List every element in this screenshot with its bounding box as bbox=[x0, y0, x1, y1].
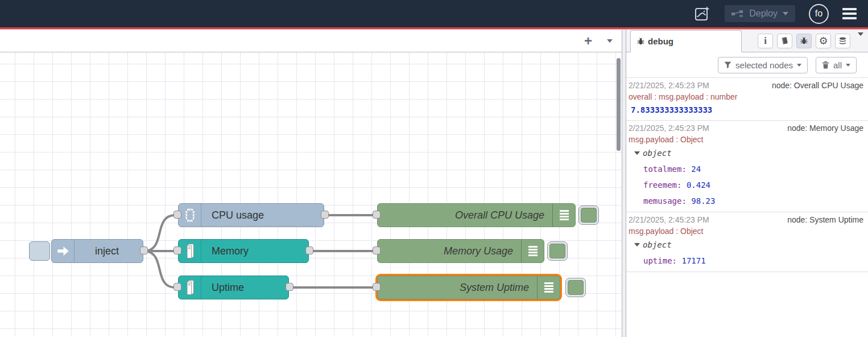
computer-tower-icon bbox=[179, 276, 201, 299]
object-label: object bbox=[643, 145, 672, 161]
debug-sidebar: debug i ⚙ bbox=[626, 30, 868, 337]
deploy-caret-icon[interactable] bbox=[783, 12, 788, 15]
workspace: + inje bbox=[0, 30, 622, 337]
debug-message-list: 2/21/2025, 2:45:23 PM node: Overall CPU … bbox=[626, 77, 868, 337]
cpu-output-port[interactable] bbox=[321, 211, 329, 219]
canvas-vertical-scrollbar[interactable] bbox=[617, 58, 621, 151]
database-icon bbox=[838, 36, 847, 46]
debug-lines-icon bbox=[521, 240, 544, 262]
node-label: CPU usage bbox=[201, 204, 324, 227]
node-label: Uptime bbox=[201, 276, 288, 299]
computer-tower-icon bbox=[179, 240, 201, 262]
deploy-wires-icon bbox=[731, 10, 744, 18]
message-meta: msg.payload : Object bbox=[629, 225, 863, 237]
object-field: freemem: 0.424 bbox=[629, 177, 863, 193]
microchip-icon bbox=[179, 204, 201, 227]
collapse-caret-icon bbox=[634, 151, 640, 155]
message-source-node[interactable]: node: System Uptime bbox=[787, 214, 863, 225]
object-field: uptime: 17171 bbox=[629, 253, 863, 269]
node-cpu-usage[interactable]: CPU usage bbox=[178, 203, 324, 227]
tab-help-button[interactable] bbox=[777, 34, 792, 48]
uptime-input-port[interactable] bbox=[173, 283, 181, 291]
node-label: Overall CPU Usage bbox=[378, 204, 552, 227]
debug-message[interactable]: 2/21/2025, 2:45:23 PM node: System Uptim… bbox=[626, 212, 868, 272]
tab-config-button[interactable]: ⚙ bbox=[816, 34, 831, 48]
sidebar-tabbar: debug i ⚙ bbox=[626, 30, 868, 52]
debug-filter-button[interactable]: selected nodes bbox=[718, 57, 808, 73]
debug-toggle-button[interactable] bbox=[565, 278, 586, 297]
node-label: System Uptime bbox=[378, 276, 537, 299]
message-timestamp: 2/21/2025, 2:45:23 PM bbox=[629, 80, 709, 91]
sidebar-tabs-caret-icon[interactable] bbox=[858, 36, 863, 46]
clear-caret-icon bbox=[846, 64, 850, 67]
object-field: memusage: 98.23 bbox=[629, 193, 863, 209]
field-key: memusage: bbox=[643, 196, 687, 206]
flow-assistant-icon[interactable] bbox=[694, 5, 711, 22]
debug-clear-button[interactable]: all bbox=[816, 57, 857, 73]
memory-output-port[interactable] bbox=[305, 246, 313, 254]
memory-input-port[interactable] bbox=[173, 246, 181, 254]
deploy-button[interactable]: Deploy bbox=[725, 5, 795, 22]
node-debug-overall-cpu[interactable]: Overall CPU Usage bbox=[377, 203, 576, 227]
inject-output-port[interactable] bbox=[140, 246, 148, 254]
object-expander[interactable]: object bbox=[629, 237, 863, 253]
node-label: inject bbox=[75, 240, 143, 262]
object-expander[interactable]: object bbox=[629, 145, 863, 161]
trash-icon bbox=[822, 61, 829, 69]
inject-trigger-button[interactable] bbox=[29, 241, 50, 261]
user-avatar[interactable]: fo bbox=[809, 4, 829, 24]
deploy-label: Deploy bbox=[749, 9, 778, 19]
cpu-input-port[interactable] bbox=[173, 211, 181, 219]
inject-arrow-icon bbox=[52, 240, 75, 262]
filter-caret-icon bbox=[797, 64, 801, 67]
node-memory[interactable]: Memory bbox=[178, 239, 309, 263]
tab-debug-button[interactable] bbox=[796, 34, 812, 48]
header: Deploy fo bbox=[0, 0, 868, 27]
field-key: totalmem: bbox=[643, 165, 687, 174]
node-uptime[interactable]: Uptime bbox=[178, 276, 289, 299]
debug-input-port[interactable] bbox=[373, 211, 381, 219]
tab-context-button[interactable] bbox=[835, 34, 850, 48]
tab-debug[interactable]: debug bbox=[630, 30, 742, 52]
node-debug-system-uptime[interactable]: System Uptime bbox=[377, 276, 560, 299]
node-label: Memory bbox=[201, 240, 308, 262]
main-menu-icon[interactable] bbox=[842, 8, 857, 19]
node-label: Memory Usage bbox=[378, 240, 521, 262]
clear-label: all bbox=[833, 60, 842, 70]
debug-toggle-button[interactable] bbox=[547, 241, 568, 261]
flow-list-caret-icon[interactable] bbox=[601, 32, 618, 50]
tab-info-button[interactable]: i bbox=[758, 34, 773, 48]
message-timestamp: 2/21/2025, 2:45:23 PM bbox=[629, 122, 709, 134]
main-area: + inje bbox=[0, 30, 868, 337]
sidebar-resize-handle[interactable] bbox=[622, 30, 626, 337]
uptime-output-port[interactable] bbox=[286, 283, 294, 291]
field-value: 0.424 bbox=[687, 180, 710, 190]
field-key: uptime: bbox=[643, 256, 677, 265]
message-meta: msg.payload : Object bbox=[629, 134, 863, 145]
field-value: 98.23 bbox=[691, 196, 715, 206]
debug-input-port[interactable] bbox=[373, 283, 381, 291]
debug-message[interactable]: 2/21/2025, 2:45:23 PM node: Overall CPU … bbox=[626, 78, 868, 121]
object-label: object bbox=[643, 237, 672, 253]
message-source-node[interactable]: node: Overall CPU Usage bbox=[772, 80, 863, 91]
debug-toolbar: selected nodes all bbox=[626, 52, 868, 77]
bug-icon bbox=[800, 36, 808, 45]
bug-icon bbox=[636, 37, 645, 46]
node-inject[interactable]: inject bbox=[51, 239, 143, 263]
add-flow-button[interactable]: + bbox=[577, 32, 599, 50]
flow-canvas[interactable]: inject CPU usage bbox=[0, 52, 622, 336]
message-source-node[interactable]: node: Memory Usage bbox=[787, 122, 863, 134]
field-value: 24 bbox=[691, 165, 701, 174]
filter-label: selected nodes bbox=[735, 60, 793, 70]
debug-toggle-button[interactable] bbox=[578, 206, 599, 225]
debug-message[interactable]: 2/21/2025, 2:45:23 PM node: Memory Usage… bbox=[626, 121, 868, 212]
wire-inject-uptime[interactable] bbox=[144, 251, 175, 287]
debug-input-port[interactable] bbox=[373, 246, 381, 254]
object-field: totalmem: 24 bbox=[629, 161, 863, 177]
node-debug-memory-usage[interactable]: Memory Usage bbox=[377, 239, 544, 263]
field-value: 17171 bbox=[681, 256, 705, 265]
book-icon bbox=[780, 36, 789, 45]
debug-lines-icon bbox=[537, 276, 560, 299]
message-value: 7.833333333333333 bbox=[629, 102, 863, 117]
wire-inject-cpu[interactable] bbox=[144, 215, 175, 251]
